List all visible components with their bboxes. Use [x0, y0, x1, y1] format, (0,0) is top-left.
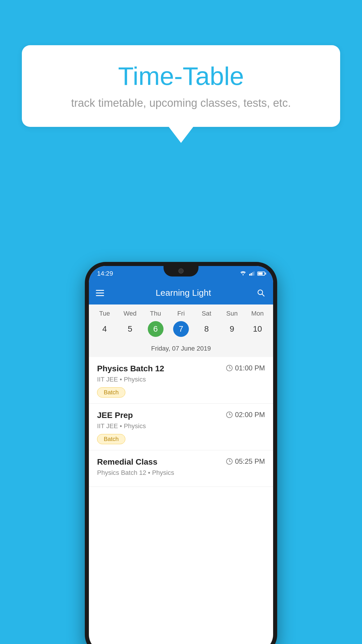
camera-notch: [178, 268, 184, 274]
days-header: Tue Wed Thu Fri Sat Sun Mon: [92, 310, 270, 320]
schedule-item-3-header: Remedial Class 05:25 PM: [97, 457, 265, 467]
day-name-fri: Fri: [168, 310, 194, 320]
speech-bubble-tail: [169, 127, 193, 143]
status-icons: [240, 270, 265, 277]
schedule-item-2-time: 02:00 PM: [226, 411, 265, 419]
svg-rect-4: [254, 271, 254, 276]
day-name-sun: Sun: [219, 310, 245, 320]
schedule-item-2-name: JEE Prep: [97, 411, 133, 420]
day-name-sat: Sat: [194, 310, 219, 320]
calendar-day-4[interactable]: 4: [92, 320, 117, 338]
schedule-item-1-time: 01:00 PM: [226, 364, 265, 372]
clock-icon-1: [226, 365, 233, 371]
speech-bubble-wrapper: Time-Table track timetable, upcoming cla…: [22, 45, 340, 143]
calendar-day-8[interactable]: 8: [194, 320, 219, 338]
calendar-day-7-selected[interactable]: 7: [173, 321, 189, 337]
speech-bubble-title: Time-Table: [39, 61, 323, 91]
svg-point-5: [258, 290, 263, 295]
schedule-item-3-subtitle: Physics Batch 12 • Physics: [97, 469, 265, 477]
schedule-item-3-time: 05:25 PM: [226, 457, 265, 466]
calendar-strip: Tue Wed Thu Fri Sat Sun Mon 4 5 6 7 8 9 …: [89, 304, 273, 357]
calendar-day-10[interactable]: 10: [245, 320, 270, 338]
svg-line-6: [262, 294, 264, 296]
selected-date-label: Friday, 07 June 2019: [92, 342, 270, 357]
day-name-wed: Wed: [117, 310, 143, 320]
batch-badge-1: Batch: [97, 387, 125, 398]
app-title: Learning Light: [111, 288, 256, 298]
schedule-item-2[interactable]: JEE Prep 02:00 PM IIT JEE • Physics Batc…: [89, 404, 273, 450]
schedule-item-3-name: Remedial Class: [97, 457, 157, 467]
app-bar: Learning Light: [89, 281, 273, 304]
status-time: 14:29: [97, 270, 113, 277]
clock-icon-3: [226, 458, 233, 465]
phone-notch: [164, 266, 198, 276]
clock-icon-2: [226, 412, 233, 418]
day-name-thu: Thu: [143, 310, 168, 320]
hamburger-menu-icon[interactable]: [96, 290, 104, 296]
schedule-item-2-header: JEE Prep 02:00 PM: [97, 411, 265, 420]
svg-rect-2: [251, 273, 252, 276]
phone-frame: 14:29: [85, 262, 277, 644]
schedule-item-1[interactable]: Physics Batch 12 01:00 PM IIT JEE • Phys…: [89, 357, 273, 404]
day-name-mon: Mon: [245, 310, 270, 320]
svg-rect-1: [249, 274, 250, 276]
speech-bubble-card: Time-Table track timetable, upcoming cla…: [22, 45, 340, 127]
battery-icon: [257, 272, 265, 276]
phone-wrapper: 14:29: [85, 262, 277, 644]
schedule-item-3[interactable]: Remedial Class 05:25 PM Physics Batch 12…: [89, 450, 273, 487]
signal-icon: [249, 270, 254, 277]
schedule-item-1-name: Physics Batch 12: [97, 364, 164, 373]
speech-bubble-subtitle: track timetable, upcoming classes, tests…: [39, 97, 323, 109]
calendar-day-6-today[interactable]: 6: [148, 321, 164, 337]
schedule-item-1-header: Physics Batch 12 01:00 PM: [97, 364, 265, 373]
schedule-item-2-subtitle: IIT JEE • Physics: [97, 422, 265, 430]
calendar-day-9[interactable]: 9: [219, 320, 245, 338]
day-name-tue: Tue: [92, 310, 117, 320]
svg-point-0: [242, 274, 244, 275]
days-numbers: 4 5 6 7 8 9 10: [92, 320, 270, 342]
batch-badge-2: Batch: [97, 434, 125, 444]
schedule-list: Physics Batch 12 01:00 PM IIT JEE • Phys…: [89, 357, 273, 487]
search-button[interactable]: [256, 288, 266, 298]
wifi-icon: [240, 270, 246, 277]
calendar-day-5[interactable]: 5: [117, 320, 143, 338]
svg-rect-3: [252, 272, 253, 276]
phone-screen: 14:29: [89, 266, 273, 644]
schedule-item-1-subtitle: IIT JEE • Physics: [97, 376, 265, 383]
